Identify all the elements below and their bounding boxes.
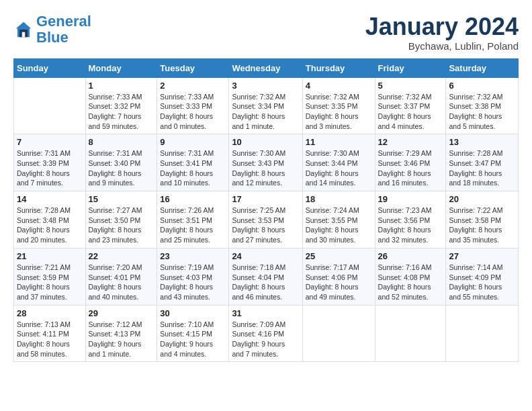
weekday-header: Tuesday: [157, 58, 229, 77]
day-number: 1: [89, 81, 154, 91]
weekday-header: Wednesday: [229, 58, 302, 77]
calendar-week-row: 28Sunrise: 7:13 AM Sunset: 4:11 PM Dayli…: [14, 305, 519, 362]
day-detail: Sunrise: 7:12 AM Sunset: 4:13 PM Dayligh…: [89, 320, 154, 359]
calendar-table: SundayMondayTuesdayWednesdayThursdayFrid…: [13, 58, 519, 363]
day-detail: Sunrise: 7:10 AM Sunset: 4:15 PM Dayligh…: [160, 320, 226, 359]
day-detail: Sunrise: 7:32 AM Sunset: 3:34 PM Dayligh…: [232, 92, 299, 132]
day-number: 13: [449, 137, 515, 147]
page-header: General Blue January 2024 Bychawa, Lubli…: [13, 13, 519, 52]
calendar-cell: 20Sunrise: 7:22 AM Sunset: 3:58 PM Dayli…: [446, 191, 519, 248]
calendar-cell: 1Sunrise: 7:33 AM Sunset: 3:32 PM Daylig…: [85, 77, 157, 134]
day-detail: Sunrise: 7:28 AM Sunset: 3:47 PM Dayligh…: [449, 148, 515, 188]
day-detail: Sunrise: 7:17 AM Sunset: 4:06 PM Dayligh…: [306, 263, 372, 302]
day-detail: Sunrise: 7:32 AM Sunset: 3:37 PM Dayligh…: [378, 92, 443, 132]
calendar-cell: 4Sunrise: 7:32 AM Sunset: 3:35 PM Daylig…: [302, 77, 375, 134]
day-detail: Sunrise: 7:32 AM Sunset: 3:38 PM Dayligh…: [449, 92, 515, 132]
calendar-cell: 13Sunrise: 7:28 AM Sunset: 3:47 PM Dayli…: [446, 134, 519, 191]
calendar-cell: 17Sunrise: 7:25 AM Sunset: 3:53 PM Dayli…: [229, 191, 302, 248]
weekday-header-row: SundayMondayTuesdayWednesdayThursdayFrid…: [14, 58, 519, 77]
month-title: January 2024: [365, 13, 519, 40]
weekday-header: Friday: [375, 58, 446, 77]
day-number: 28: [17, 308, 83, 318]
location: Bychawa, Lublin, Poland: [365, 40, 519, 52]
calendar-cell: 19Sunrise: 7:23 AM Sunset: 3:56 PM Dayli…: [375, 191, 446, 248]
logo-line2: Blue: [36, 29, 69, 46]
calendar-cell: 30Sunrise: 7:10 AM Sunset: 4:15 PM Dayli…: [157, 305, 229, 362]
day-detail: Sunrise: 7:27 AM Sunset: 3:50 PM Dayligh…: [89, 205, 154, 245]
day-detail: Sunrise: 7:28 AM Sunset: 3:48 PM Dayligh…: [17, 205, 83, 245]
day-detail: Sunrise: 7:19 AM Sunset: 4:03 PM Dayligh…: [160, 263, 226, 302]
logo-icon: [13, 19, 34, 40]
calendar-cell: [446, 305, 519, 362]
day-number: 17: [232, 194, 299, 204]
calendar-week-row: 21Sunrise: 7:21 AM Sunset: 3:59 PM Dayli…: [14, 248, 519, 305]
day-number: 12: [378, 137, 443, 147]
calendar-cell: [302, 305, 375, 362]
day-detail: Sunrise: 7:25 AM Sunset: 3:53 PM Dayligh…: [232, 205, 299, 245]
day-number: 24: [232, 251, 299, 261]
calendar-cell: 23Sunrise: 7:19 AM Sunset: 4:03 PM Dayli…: [157, 248, 229, 305]
weekday-header: Monday: [85, 58, 157, 77]
calendar-week-row: 7Sunrise: 7:31 AM Sunset: 3:39 PM Daylig…: [14, 134, 519, 191]
calendar-cell: 15Sunrise: 7:27 AM Sunset: 3:50 PM Dayli…: [85, 191, 157, 248]
day-detail: Sunrise: 7:31 AM Sunset: 3:39 PM Dayligh…: [17, 148, 83, 188]
calendar-cell: 25Sunrise: 7:17 AM Sunset: 4:06 PM Dayli…: [302, 248, 375, 305]
day-detail: Sunrise: 7:26 AM Sunset: 3:51 PM Dayligh…: [160, 205, 226, 245]
day-number: 16: [160, 194, 226, 204]
calendar-cell: 22Sunrise: 7:20 AM Sunset: 4:01 PM Dayli…: [85, 248, 157, 305]
day-detail: Sunrise: 7:33 AM Sunset: 3:33 PM Dayligh…: [160, 92, 226, 132]
day-number: 5: [378, 81, 443, 91]
calendar-cell: 28Sunrise: 7:13 AM Sunset: 4:11 PM Dayli…: [14, 305, 86, 362]
weekday-header: Thursday: [302, 58, 375, 77]
day-number: 11: [306, 137, 372, 147]
day-number: 26: [378, 251, 443, 261]
calendar-cell: 8Sunrise: 7:31 AM Sunset: 3:40 PM Daylig…: [85, 134, 157, 191]
svg-rect-3: [22, 32, 26, 38]
day-number: 25: [306, 251, 372, 261]
calendar-cell: 31Sunrise: 7:09 AM Sunset: 4:16 PM Dayli…: [229, 305, 302, 362]
calendar-cell: 14Sunrise: 7:28 AM Sunset: 3:48 PM Dayli…: [14, 191, 86, 248]
calendar-cell: 6Sunrise: 7:32 AM Sunset: 3:38 PM Daylig…: [446, 77, 519, 134]
weekday-header: Sunday: [14, 58, 86, 77]
day-detail: Sunrise: 7:30 AM Sunset: 3:43 PM Dayligh…: [232, 148, 299, 188]
day-detail: Sunrise: 7:18 AM Sunset: 4:04 PM Dayligh…: [232, 263, 299, 302]
calendar-cell: 27Sunrise: 7:14 AM Sunset: 4:09 PM Dayli…: [446, 248, 519, 305]
day-detail: Sunrise: 7:33 AM Sunset: 3:32 PM Dayligh…: [89, 92, 154, 132]
calendar-cell: 9Sunrise: 7:31 AM Sunset: 3:41 PM Daylig…: [157, 134, 229, 191]
day-number: 20: [449, 194, 515, 204]
calendar-cell: 12Sunrise: 7:29 AM Sunset: 3:46 PM Dayli…: [375, 134, 446, 191]
day-number: 8: [89, 137, 154, 147]
logo-text: General Blue: [36, 13, 91, 46]
day-detail: Sunrise: 7:14 AM Sunset: 4:09 PM Dayligh…: [449, 263, 515, 302]
day-number: 18: [306, 194, 372, 204]
day-number: 31: [232, 308, 299, 318]
calendar-cell: 18Sunrise: 7:24 AM Sunset: 3:55 PM Dayli…: [302, 191, 375, 248]
day-detail: Sunrise: 7:30 AM Sunset: 3:44 PM Dayligh…: [306, 148, 372, 188]
day-number: 15: [89, 194, 154, 204]
day-detail: Sunrise: 7:13 AM Sunset: 4:11 PM Dayligh…: [17, 320, 83, 359]
day-number: 22: [89, 251, 154, 261]
day-number: 3: [232, 81, 299, 91]
weekday-header: Saturday: [446, 58, 519, 77]
calendar-cell: 11Sunrise: 7:30 AM Sunset: 3:44 PM Dayli…: [302, 134, 375, 191]
logo: General Blue: [13, 13, 91, 46]
calendar-week-row: 14Sunrise: 7:28 AM Sunset: 3:48 PM Dayli…: [14, 191, 519, 248]
calendar-cell: 5Sunrise: 7:32 AM Sunset: 3:37 PM Daylig…: [375, 77, 446, 134]
day-number: 29: [89, 308, 154, 318]
calendar-cell: [375, 305, 446, 362]
calendar-cell: 3Sunrise: 7:32 AM Sunset: 3:34 PM Daylig…: [229, 77, 302, 134]
day-detail: Sunrise: 7:20 AM Sunset: 4:01 PM Dayligh…: [89, 263, 154, 302]
day-detail: Sunrise: 7:24 AM Sunset: 3:55 PM Dayligh…: [306, 205, 372, 245]
day-detail: Sunrise: 7:31 AM Sunset: 3:41 PM Dayligh…: [160, 148, 226, 188]
calendar-week-row: 1Sunrise: 7:33 AM Sunset: 3:32 PM Daylig…: [14, 77, 519, 134]
calendar-cell: 2Sunrise: 7:33 AM Sunset: 3:33 PM Daylig…: [157, 77, 229, 134]
day-detail: Sunrise: 7:23 AM Sunset: 3:56 PM Dayligh…: [378, 205, 443, 245]
calendar-cell: 7Sunrise: 7:31 AM Sunset: 3:39 PM Daylig…: [14, 134, 86, 191]
day-number: 23: [160, 251, 226, 261]
logo-line1: General: [36, 13, 91, 30]
day-number: 21: [17, 251, 83, 261]
day-detail: Sunrise: 7:09 AM Sunset: 4:16 PM Dayligh…: [232, 320, 299, 359]
day-number: 10: [232, 137, 299, 147]
calendar-cell: 21Sunrise: 7:21 AM Sunset: 3:59 PM Dayli…: [14, 248, 86, 305]
calendar-cell: 24Sunrise: 7:18 AM Sunset: 4:04 PM Dayli…: [229, 248, 302, 305]
